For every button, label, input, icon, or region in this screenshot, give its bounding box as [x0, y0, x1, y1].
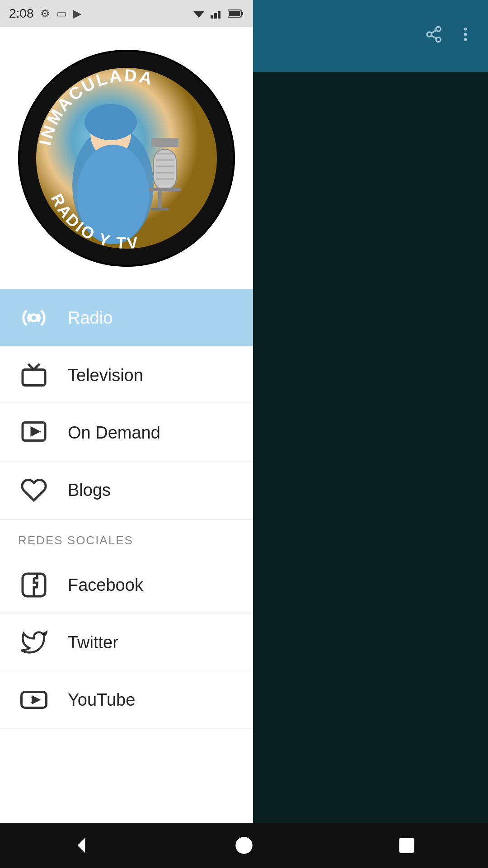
television-label: Television: [68, 366, 143, 385]
facebook-label: Facebook: [68, 576, 143, 595]
svg-rect-27: [151, 208, 169, 211]
on-demand-label: On Demand: [68, 423, 160, 443]
svg-point-10: [427, 32, 432, 37]
radio-label: Radio: [68, 308, 113, 328]
svg-rect-3: [214, 13, 217, 19]
logo-area: INMACULADA RADIO Y TV: [0, 27, 253, 289]
app-header: [253, 0, 488, 72]
svg-rect-26: [158, 191, 162, 209]
blogs-label: Blogs: [68, 481, 111, 500]
share-button[interactable]: [425, 25, 443, 47]
svg-point-9: [436, 27, 441, 31]
youtube-label: YouTube: [68, 690, 135, 710]
svg-rect-25: [149, 188, 181, 191]
status-right: [192, 9, 244, 19]
svg-point-43: [235, 837, 253, 854]
on-demand-icon: [18, 417, 50, 448]
menu-item-youtube[interactable]: YouTube: [0, 671, 253, 729]
menu-item-radio[interactable]: Radio: [0, 289, 253, 347]
menu-item-television[interactable]: Television: [0, 347, 253, 404]
svg-rect-5: [221, 9, 223, 19]
menu-item-blogs[interactable]: Blogs: [0, 462, 253, 519]
menu-item-on-demand[interactable]: On Demand: [0, 404, 253, 462]
svg-rect-4: [218, 11, 221, 19]
logo-svg: INMACULADA RADIO Y TV: [18, 50, 235, 267]
more-options-button[interactable]: [456, 25, 474, 47]
twitter-icon: [18, 627, 50, 658]
status-left: 2:08 ⚙ ▭ ▶: [9, 6, 81, 21]
social-section-header: REDES SOCIALES: [0, 519, 253, 557]
svg-point-15: [464, 33, 467, 36]
status-time: 2:08: [9, 6, 34, 21]
svg-marker-1: [196, 14, 202, 18]
svg-rect-44: [399, 838, 414, 853]
wifi-icon: [192, 9, 206, 19]
svg-point-11: [436, 37, 441, 42]
radio-icon: [18, 302, 50, 334]
svg-marker-42: [78, 838, 85, 853]
svg-rect-8: [229, 11, 240, 16]
svg-point-14: [464, 28, 467, 31]
menu-section: Radio Television On Demand: [0, 289, 253, 868]
logo-circle: INMACULADA RADIO Y TV: [18, 50, 235, 267]
twitter-label: Twitter: [68, 633, 118, 652]
menu-item-twitter[interactable]: Twitter: [0, 614, 253, 671]
menu-item-facebook[interactable]: Facebook: [0, 557, 253, 614]
svg-line-12: [431, 35, 436, 38]
battery-icon: [228, 9, 244, 18]
svg-rect-24: [151, 138, 178, 147]
signal-icon: [211, 9, 223, 19]
sim-icon: ▭: [56, 7, 67, 20]
svg-rect-36: [23, 370, 45, 386]
drawer: INMACULADA RADIO Y TV: [0, 27, 253, 868]
back-button[interactable]: [63, 827, 99, 863]
svg-rect-23: [154, 149, 176, 190]
home-button[interactable]: [226, 827, 262, 863]
svg-rect-2: [211, 15, 213, 19]
svg-marker-39: [32, 428, 38, 435]
facebook-icon: [18, 569, 50, 601]
svg-point-16: [464, 38, 467, 41]
svg-point-21: [84, 104, 137, 140]
svg-rect-7: [241, 12, 243, 15]
svg-point-35: [31, 315, 38, 321]
youtube-icon: [18, 684, 50, 716]
settings-icon: ⚙: [40, 7, 50, 20]
right-panel: [253, 72, 488, 868]
nav-bar: [0, 823, 488, 868]
status-bar: 2:08 ⚙ ▭ ▶: [0, 0, 253, 27]
recents-button[interactable]: [389, 827, 425, 863]
play-icon: ▶: [73, 7, 81, 20]
svg-line-13: [431, 30, 436, 33]
television-icon: [18, 359, 50, 391]
heart-icon: [18, 474, 50, 506]
